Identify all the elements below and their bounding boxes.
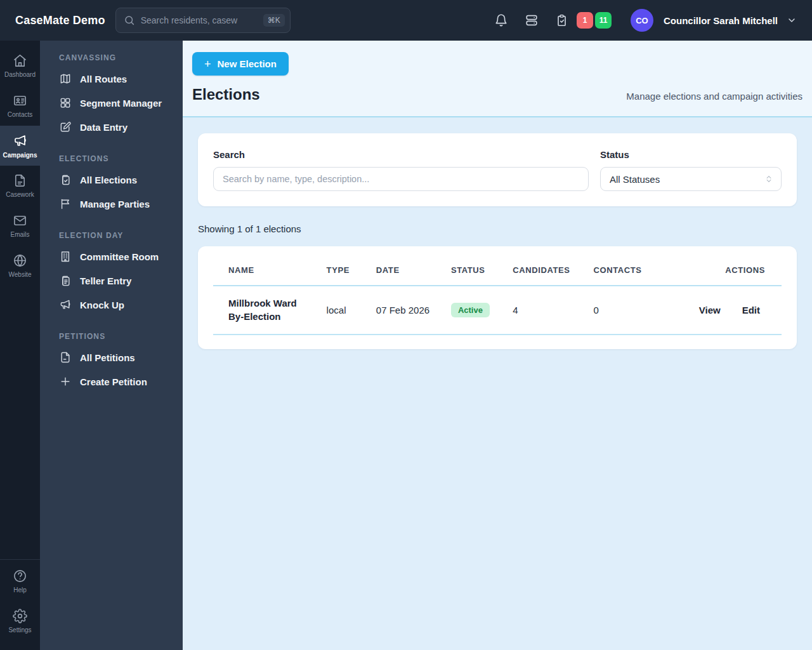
sidebar-item-contacts[interactable]: Contacts	[0, 86, 40, 126]
status-badge: Active	[451, 303, 490, 317]
pencil-square-icon	[59, 121, 72, 133]
elections-table: NAME TYPE DATE STATUS CANDIDATES CONTACT…	[213, 253, 782, 335]
task-count-badge[interactable]: 11	[595, 12, 612, 29]
envelope-icon	[13, 213, 27, 228]
sidebar-item-all-elections[interactable]: All Elections	[59, 168, 183, 192]
election-type: local	[311, 286, 361, 335]
sidebar-item-all-routes[interactable]: All Routes	[59, 67, 183, 91]
status-select[interactable]: All Statuses	[600, 167, 782, 191]
page-header: + New Election Elections Manage election…	[183, 41, 812, 117]
contact-card-icon	[13, 93, 27, 108]
app-title: CaseMate Demo	[15, 14, 105, 27]
sidebar-item-help[interactable]: Help	[0, 561, 40, 601]
alert-count-badge[interactable]: 1	[577, 12, 593, 29]
column-header-type: TYPE	[311, 253, 361, 286]
megaphone-icon	[59, 298, 72, 311]
plus-icon: +	[204, 58, 211, 70]
sidebar-item-data-entry[interactable]: Data Entry	[59, 115, 183, 139]
table-row: Millbrook Ward By-Election local 07 Feb …	[213, 286, 782, 335]
section-heading-canvassing: CANVASSING	[59, 53, 183, 62]
column-header-name: NAME	[213, 253, 311, 286]
view-link[interactable]: View	[699, 305, 721, 315]
filters-card: Search Status All Statuses	[198, 133, 797, 206]
avatar[interactable]: CO	[631, 9, 653, 32]
document-icon	[13, 173, 27, 188]
notifications-bell-icon[interactable]	[494, 13, 508, 27]
column-header-status: STATUS	[436, 253, 497, 286]
section-heading-petitions: PETITIONS	[59, 332, 183, 341]
chevron-down-icon[interactable]	[787, 15, 797, 25]
clipboard-check-icon	[59, 173, 72, 186]
sidebar-item-knock-up[interactable]: Knock Up	[59, 293, 183, 317]
grid-icon	[59, 96, 72, 109]
clipboard-list-icon	[59, 274, 72, 287]
election-contacts-count: 0	[579, 286, 684, 335]
edit-link[interactable]: Edit	[742, 305, 760, 315]
campaigns-sidebar: CANVASSING All Routes Segment Manager Da…	[40, 41, 183, 650]
search-filter-label: Search	[213, 149, 589, 160]
sidebar-item-settings[interactable]: Settings	[0, 601, 40, 641]
sidebar-item-manage-parties[interactable]: Manage Parties	[59, 192, 183, 216]
sidebar-item-emails[interactable]: Emails	[0, 206, 40, 246]
map-icon	[59, 72, 72, 85]
new-election-button[interactable]: + New Election	[192, 52, 289, 76]
column-header-candidates: CANDIDATES	[497, 253, 578, 286]
globe-icon	[13, 253, 27, 268]
sidebar-item-campaigns[interactable]: Campaigns	[0, 126, 40, 166]
primary-nav-rail: Dashboard Contacts Campaigns Casework Em…	[0, 41, 40, 650]
plus-icon	[59, 375, 72, 388]
column-header-actions: ACTIONS	[684, 253, 782, 286]
sidebar-item-all-petitions[interactable]: All Petitions	[59, 345, 183, 369]
election-search-input[interactable]	[213, 167, 589, 191]
clipboard-check-icon[interactable]	[555, 13, 569, 27]
flag-icon	[59, 197, 72, 210]
election-date: 07 Feb 2026	[361, 286, 436, 335]
sidebar-item-create-petition[interactable]: Create Petition	[59, 369, 183, 394]
section-heading-elections: ELECTIONS	[59, 154, 183, 163]
document-icon	[59, 351, 72, 364]
sidebar-item-website[interactable]: Website	[0, 246, 40, 286]
select-chevrons-icon	[764, 174, 773, 184]
sidebar-item-segment-manager[interactable]: Segment Manager	[59, 91, 183, 115]
section-heading-election-day: ELECTION DAY	[59, 231, 183, 240]
page-subtitle: Manage elections and campaign activities	[626, 91, 802, 103]
gear-icon	[13, 609, 27, 623]
column-header-date: DATE	[361, 253, 436, 286]
server-icon[interactable]	[525, 13, 539, 27]
election-name: Millbrook Ward By-Election	[228, 297, 308, 323]
home-icon	[13, 53, 27, 68]
column-header-contacts: CONTACTS	[579, 253, 684, 286]
election-candidates-count: 4	[497, 286, 578, 335]
elections-table-card: NAME TYPE DATE STATUS CANDIDATES CONTACT…	[198, 246, 797, 349]
sidebar-item-casework[interactable]: Casework	[0, 166, 40, 206]
global-search[interactable]: ⌘K	[115, 8, 291, 33]
user-name: Councillor Sarah Mitchell	[664, 15, 778, 26]
topbar: CaseMate Demo ⌘K 1 11 CO Councillor Sara…	[0, 0, 812, 41]
sidebar-item-committee-room[interactable]: Committee Room	[59, 244, 183, 269]
main-content: + New Election Elections Manage election…	[183, 41, 812, 650]
search-shortcut-badge: ⌘K	[263, 14, 285, 27]
help-icon	[13, 569, 27, 583]
building-icon	[59, 250, 72, 263]
global-search-input[interactable]	[141, 15, 263, 25]
sidebar-item-dashboard[interactable]: Dashboard	[0, 46, 40, 86]
page-title: Elections	[192, 86, 260, 103]
table-header-row: NAME TYPE DATE STATUS CANDIDATES CONTACT…	[213, 253, 782, 286]
sidebar-item-teller-entry[interactable]: Teller Entry	[59, 269, 183, 293]
search-icon	[124, 15, 135, 26]
status-select-value: All Statuses	[610, 174, 660, 185]
results-summary: Showing 1 of 1 elections	[198, 223, 797, 234]
megaphone-icon	[13, 133, 28, 149]
status-filter-label: Status	[600, 149, 782, 160]
